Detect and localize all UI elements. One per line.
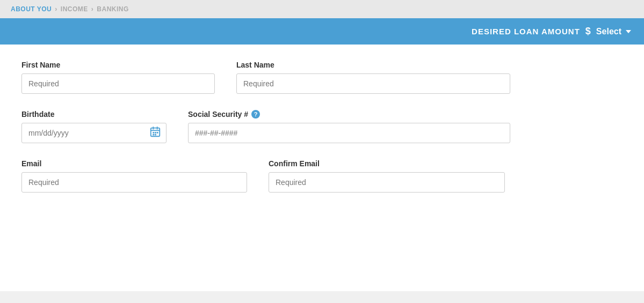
birthdate-ssn-row: Birthdate [21, 110, 623, 143]
email-label: Email [21, 159, 247, 168]
first-name-input[interactable] [21, 73, 215, 94]
breadcrumb: ABOUT YOU › INCOME › BANKING [0, 0, 644, 18]
ssn-group: Social Security # ? [188, 110, 510, 143]
email-input[interactable] [21, 172, 247, 193]
birthdate-group: Birthdate [21, 110, 167, 143]
breadcrumb-about-you[interactable]: ABOUT YOU [11, 5, 52, 13]
ssn-input[interactable] [188, 123, 510, 143]
last-name-label: Last Name [236, 61, 510, 69]
loan-dollar-sign: $ [585, 26, 591, 37]
first-name-group: First Name [21, 61, 215, 94]
breadcrumb-sep-2: › [91, 5, 94, 13]
form-container: First Name Last Name Birthdate [0, 45, 644, 291]
email-row: Email Confirm Email [21, 159, 623, 193]
last-name-input[interactable] [236, 73, 510, 94]
chevron-down-icon [626, 30, 631, 33]
loan-bar: DESIRED LOAN AMOUNT $ Select [0, 18, 644, 45]
loan-select-button[interactable]: Select [596, 27, 631, 36]
name-row: First Name Last Name [21, 61, 623, 94]
first-name-label: First Name [21, 61, 215, 69]
email-group: Email [21, 159, 247, 193]
confirm-email-input[interactable] [269, 172, 505, 193]
ssn-label-text: Social Security # [188, 110, 248, 119]
breadcrumb-banking[interactable]: BANKING [97, 5, 129, 13]
breadcrumb-sep-1: › [55, 5, 57, 13]
birthdate-label: Birthdate [21, 110, 167, 119]
breadcrumb-income[interactable]: INCOME [61, 5, 88, 13]
ssn-help-icon[interactable]: ? [251, 110, 260, 119]
birthdate-wrapper [21, 123, 167, 143]
loan-amount-label: DESIRED LOAN AMOUNT [472, 27, 580, 36]
confirm-email-group: Confirm Email [269, 159, 505, 193]
birthdate-input[interactable] [21, 123, 167, 143]
ssn-label: Social Security # ? [188, 110, 510, 119]
last-name-group: Last Name [236, 61, 510, 94]
confirm-email-label: Confirm Email [269, 159, 505, 168]
loan-select-label: Select [596, 27, 621, 36]
